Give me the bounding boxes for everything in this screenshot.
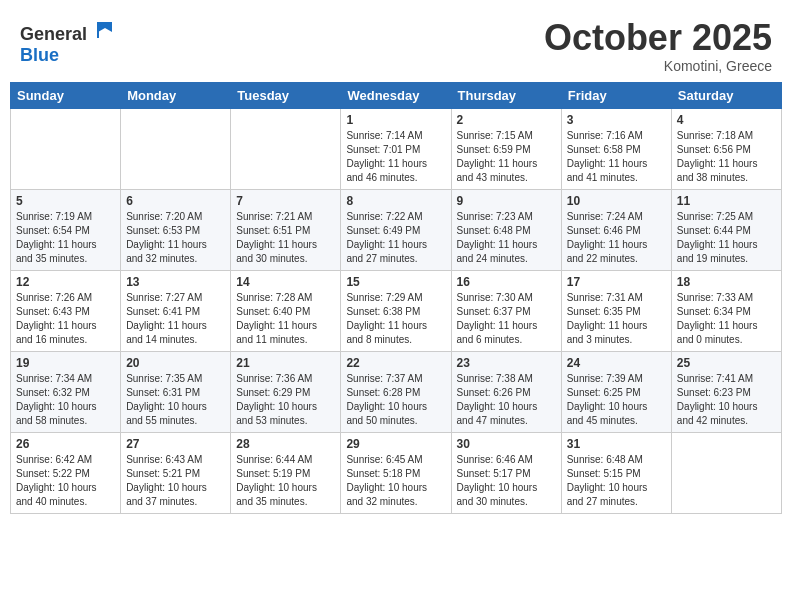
day-info: Sunrise: 7:29 AM Sunset: 6:38 PM Dayligh…	[346, 291, 445, 347]
calendar-cell: 5Sunrise: 7:19 AM Sunset: 6:54 PM Daylig…	[11, 189, 121, 270]
day-info: Sunrise: 7:21 AM Sunset: 6:51 PM Dayligh…	[236, 210, 335, 266]
calendar-cell: 4Sunrise: 7:18 AM Sunset: 6:56 PM Daylig…	[671, 108, 781, 189]
day-info: Sunrise: 7:35 AM Sunset: 6:31 PM Dayligh…	[126, 372, 225, 428]
day-info: Sunrise: 7:22 AM Sunset: 6:49 PM Dayligh…	[346, 210, 445, 266]
day-info: Sunrise: 6:44 AM Sunset: 5:19 PM Dayligh…	[236, 453, 335, 509]
calendar-cell: 19Sunrise: 7:34 AM Sunset: 6:32 PM Dayli…	[11, 351, 121, 432]
logo-flag-icon	[94, 18, 116, 40]
calendar-cell: 26Sunrise: 6:42 AM Sunset: 5:22 PM Dayli…	[11, 432, 121, 513]
day-number: 30	[457, 437, 556, 451]
calendar-cell: 21Sunrise: 7:36 AM Sunset: 6:29 PM Dayli…	[231, 351, 341, 432]
calendar-header-row: SundayMondayTuesdayWednesdayThursdayFrid…	[11, 82, 782, 108]
day-number: 13	[126, 275, 225, 289]
day-number: 15	[346, 275, 445, 289]
day-number: 23	[457, 356, 556, 370]
calendar-cell	[121, 108, 231, 189]
day-info: Sunrise: 7:39 AM Sunset: 6:25 PM Dayligh…	[567, 372, 666, 428]
calendar-cell: 18Sunrise: 7:33 AM Sunset: 6:34 PM Dayli…	[671, 270, 781, 351]
calendar-cell: 17Sunrise: 7:31 AM Sunset: 6:35 PM Dayli…	[561, 270, 671, 351]
day-number: 24	[567, 356, 666, 370]
calendar-week-row: 5Sunrise: 7:19 AM Sunset: 6:54 PM Daylig…	[11, 189, 782, 270]
calendar-cell: 30Sunrise: 6:46 AM Sunset: 5:17 PM Dayli…	[451, 432, 561, 513]
calendar-cell: 10Sunrise: 7:24 AM Sunset: 6:46 PM Dayli…	[561, 189, 671, 270]
day-number: 6	[126, 194, 225, 208]
logo-general: General	[20, 24, 87, 44]
day-number: 25	[677, 356, 776, 370]
calendar-cell: 15Sunrise: 7:29 AM Sunset: 6:38 PM Dayli…	[341, 270, 451, 351]
day-number: 7	[236, 194, 335, 208]
day-number: 20	[126, 356, 225, 370]
day-number: 10	[567, 194, 666, 208]
day-info: Sunrise: 6:43 AM Sunset: 5:21 PM Dayligh…	[126, 453, 225, 509]
calendar-week-row: 1Sunrise: 7:14 AM Sunset: 7:01 PM Daylig…	[11, 108, 782, 189]
calendar-cell: 6Sunrise: 7:20 AM Sunset: 6:53 PM Daylig…	[121, 189, 231, 270]
day-info: Sunrise: 7:28 AM Sunset: 6:40 PM Dayligh…	[236, 291, 335, 347]
logo: General Blue	[20, 18, 116, 66]
calendar-cell: 27Sunrise: 6:43 AM Sunset: 5:21 PM Dayli…	[121, 432, 231, 513]
day-number: 1	[346, 113, 445, 127]
calendar-cell: 24Sunrise: 7:39 AM Sunset: 6:25 PM Dayli…	[561, 351, 671, 432]
day-info: Sunrise: 7:19 AM Sunset: 6:54 PM Dayligh…	[16, 210, 115, 266]
calendar-cell: 29Sunrise: 6:45 AM Sunset: 5:18 PM Dayli…	[341, 432, 451, 513]
svg-marker-0	[98, 22, 112, 32]
day-info: Sunrise: 6:48 AM Sunset: 5:15 PM Dayligh…	[567, 453, 666, 509]
day-number: 31	[567, 437, 666, 451]
calendar-day-header: Thursday	[451, 82, 561, 108]
calendar-cell: 9Sunrise: 7:23 AM Sunset: 6:48 PM Daylig…	[451, 189, 561, 270]
day-number: 19	[16, 356, 115, 370]
day-number: 27	[126, 437, 225, 451]
day-info: Sunrise: 6:46 AM Sunset: 5:17 PM Dayligh…	[457, 453, 556, 509]
calendar-day-header: Friday	[561, 82, 671, 108]
calendar-cell: 16Sunrise: 7:30 AM Sunset: 6:37 PM Dayli…	[451, 270, 561, 351]
day-info: Sunrise: 6:42 AM Sunset: 5:22 PM Dayligh…	[16, 453, 115, 509]
calendar-cell: 3Sunrise: 7:16 AM Sunset: 6:58 PM Daylig…	[561, 108, 671, 189]
calendar-cell: 8Sunrise: 7:22 AM Sunset: 6:49 PM Daylig…	[341, 189, 451, 270]
day-number: 11	[677, 194, 776, 208]
day-info: Sunrise: 7:26 AM Sunset: 6:43 PM Dayligh…	[16, 291, 115, 347]
calendar-cell: 14Sunrise: 7:28 AM Sunset: 6:40 PM Dayli…	[231, 270, 341, 351]
day-number: 2	[457, 113, 556, 127]
calendar-cell	[11, 108, 121, 189]
day-info: Sunrise: 7:15 AM Sunset: 6:59 PM Dayligh…	[457, 129, 556, 185]
calendar-week-row: 19Sunrise: 7:34 AM Sunset: 6:32 PM Dayli…	[11, 351, 782, 432]
day-number: 16	[457, 275, 556, 289]
day-info: Sunrise: 7:31 AM Sunset: 6:35 PM Dayligh…	[567, 291, 666, 347]
calendar-day-header: Wednesday	[341, 82, 451, 108]
calendar-cell: 7Sunrise: 7:21 AM Sunset: 6:51 PM Daylig…	[231, 189, 341, 270]
day-info: Sunrise: 7:36 AM Sunset: 6:29 PM Dayligh…	[236, 372, 335, 428]
calendar-week-row: 12Sunrise: 7:26 AM Sunset: 6:43 PM Dayli…	[11, 270, 782, 351]
calendar-cell: 2Sunrise: 7:15 AM Sunset: 6:59 PM Daylig…	[451, 108, 561, 189]
day-info: Sunrise: 7:18 AM Sunset: 6:56 PM Dayligh…	[677, 129, 776, 185]
day-number: 5	[16, 194, 115, 208]
day-number: 14	[236, 275, 335, 289]
calendar-cell: 1Sunrise: 7:14 AM Sunset: 7:01 PM Daylig…	[341, 108, 451, 189]
day-number: 4	[677, 113, 776, 127]
day-number: 21	[236, 356, 335, 370]
calendar-cell: 23Sunrise: 7:38 AM Sunset: 6:26 PM Dayli…	[451, 351, 561, 432]
day-info: Sunrise: 7:27 AM Sunset: 6:41 PM Dayligh…	[126, 291, 225, 347]
day-info: Sunrise: 7:34 AM Sunset: 6:32 PM Dayligh…	[16, 372, 115, 428]
calendar-cell	[671, 432, 781, 513]
calendar-table: SundayMondayTuesdayWednesdayThursdayFrid…	[10, 82, 782, 514]
calendar-day-header: Tuesday	[231, 82, 341, 108]
day-info: Sunrise: 7:16 AM Sunset: 6:58 PM Dayligh…	[567, 129, 666, 185]
calendar-cell: 12Sunrise: 7:26 AM Sunset: 6:43 PM Dayli…	[11, 270, 121, 351]
calendar-cell: 22Sunrise: 7:37 AM Sunset: 6:28 PM Dayli…	[341, 351, 451, 432]
calendar-cell: 13Sunrise: 7:27 AM Sunset: 6:41 PM Dayli…	[121, 270, 231, 351]
logo-blue: Blue	[20, 45, 59, 65]
calendar-cell: 25Sunrise: 7:41 AM Sunset: 6:23 PM Dayli…	[671, 351, 781, 432]
day-info: Sunrise: 7:25 AM Sunset: 6:44 PM Dayligh…	[677, 210, 776, 266]
day-number: 17	[567, 275, 666, 289]
day-number: 26	[16, 437, 115, 451]
day-info: Sunrise: 7:24 AM Sunset: 6:46 PM Dayligh…	[567, 210, 666, 266]
day-info: Sunrise: 7:33 AM Sunset: 6:34 PM Dayligh…	[677, 291, 776, 347]
day-info: Sunrise: 7:37 AM Sunset: 6:28 PM Dayligh…	[346, 372, 445, 428]
calendar-cell: 28Sunrise: 6:44 AM Sunset: 5:19 PM Dayli…	[231, 432, 341, 513]
calendar-day-header: Saturday	[671, 82, 781, 108]
day-info: Sunrise: 7:41 AM Sunset: 6:23 PM Dayligh…	[677, 372, 776, 428]
day-number: 29	[346, 437, 445, 451]
day-info: Sunrise: 7:23 AM Sunset: 6:48 PM Dayligh…	[457, 210, 556, 266]
calendar-cell: 31Sunrise: 6:48 AM Sunset: 5:15 PM Dayli…	[561, 432, 671, 513]
day-number: 22	[346, 356, 445, 370]
title-block: October 2025 Komotini, Greece	[544, 18, 772, 74]
